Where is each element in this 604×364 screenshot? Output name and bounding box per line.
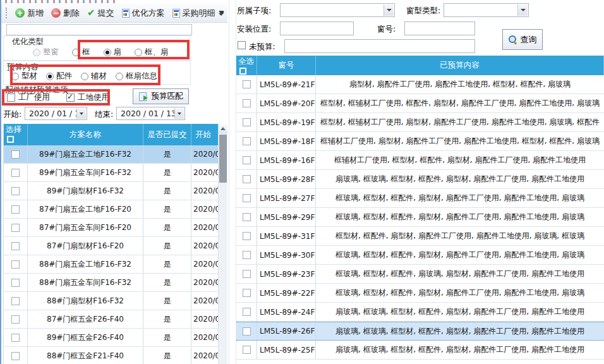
plan-table-scrollbar[interactable] bbox=[218, 124, 227, 364]
window-row[interactable]: LM5L-89#-31F29框型材, 框配件, 扇型材, 扇配件工厂使用, 扇配… bbox=[236, 227, 604, 246]
window-row[interactable]: LM5L-89#-23F21框玻璃, 框型材, 框配件, 扇玻璃, 扇型材, 扇… bbox=[236, 265, 604, 284]
plan-row[interactable]: 88#门扇型材F16-F32是2020/0 bbox=[4, 292, 227, 310]
panel-splitter[interactable] bbox=[229, 0, 236, 364]
no-budget-checkbox[interactable] bbox=[238, 41, 246, 49]
row-checkbox[interactable] bbox=[243, 308, 251, 316]
window-row[interactable]: LM5L-89#-30F28框玻璃, 框型材, 框配件, 扇型材, 扇配件工厂使… bbox=[236, 246, 604, 265]
budget-match-button[interactable]: 预算匹配 bbox=[133, 88, 189, 104]
window-row[interactable]: LM5L-89#-16F15框辅材工厂使用, 框型材, 框配件, 扇型材, 扇配… bbox=[236, 151, 604, 170]
window-row[interactable]: LM5L-89#-29F27框玻璃, 框型材, 框配件, 扇型材, 扇配件工厂使… bbox=[236, 208, 604, 227]
plan-row[interactable]: 88#门扇五金车间F16-F32是2020/0 bbox=[4, 274, 227, 292]
plan-row[interactable]: 87#门扇五金车间F16-F20是2020/0 bbox=[4, 219, 227, 237]
row-checkbox[interactable] bbox=[243, 327, 251, 336]
plan-row[interactable]: 88#门扇五金工地F16-F32是2020/0 bbox=[4, 255, 227, 274]
sub-item-dropdown-icon[interactable] bbox=[384, 4, 394, 16]
window-row[interactable]: LM5L-89#-18F16框辅材工厂使用, 扇型材, 扇配件工厂使用, 扇配件… bbox=[236, 132, 604, 151]
optimize-plan-button[interactable]: 优化方案 bbox=[118, 6, 169, 21]
optimize-type-option-3[interactable]: 框、扇 bbox=[135, 47, 169, 58]
plan-row[interactable]: 87#门扇五金工地F16-F20是2020/0 bbox=[4, 200, 227, 219]
query-button[interactable]: 查询 bbox=[502, 29, 543, 50]
budget-content-option-2[interactable]: 辅材 bbox=[81, 71, 107, 82]
plan-name-cell: 88#门扇型材F16-F32 bbox=[28, 292, 143, 310]
no-budget-label: 未预算: bbox=[249, 42, 275, 52]
plan-row[interactable]: 89#门扇五金车间F16-F32是2020/0 bbox=[4, 164, 227, 182]
plan-row[interactable]: 89#门扇五金工地F16-F32是2020/0 bbox=[4, 145, 227, 164]
delete-button[interactable]: − 删除 bbox=[47, 6, 83, 21]
budget-match-icon bbox=[139, 92, 148, 101]
row-checkbox[interactable] bbox=[243, 118, 251, 126]
row-checkbox[interactable] bbox=[243, 232, 251, 240]
optimize-type-option-0[interactable]: 整窗 bbox=[33, 47, 59, 58]
optimize-type-option-1[interactable]: 框 bbox=[72, 47, 90, 58]
plan-row[interactable]: 89#门扇型材F16-F32是2020/0 bbox=[4, 182, 227, 200]
scrollbar-thumb[interactable] bbox=[219, 135, 227, 183]
select-all-plans-checkbox[interactable] bbox=[7, 136, 14, 143]
window-row[interactable]: LM5L-89#-24F22扇玻璃, 框玻璃, 框型材, 框配件, 扇型材, 扇… bbox=[236, 303, 604, 322]
add-button[interactable]: + 新增 bbox=[11, 6, 47, 21]
row-checkbox[interactable] bbox=[11, 352, 20, 360]
window-row[interactable]: LM5L-89#-28F26扇玻璃, 框玻璃, 框型材, 框配件, 扇型材, 扇… bbox=[236, 170, 604, 189]
row-checkbox[interactable] bbox=[243, 251, 251, 259]
budget-content-option-0[interactable]: 型材 bbox=[11, 71, 37, 82]
row-checkbox[interactable] bbox=[11, 150, 20, 159]
radio-icon bbox=[116, 73, 123, 80]
scroll-up-icon[interactable] bbox=[219, 124, 227, 133]
checkbox-icon bbox=[7, 94, 15, 102]
end-date-dropdown-icon[interactable] bbox=[174, 108, 184, 119]
row-checkbox[interactable] bbox=[243, 194, 251, 202]
row-checkbox[interactable] bbox=[243, 346, 251, 354]
window-row[interactable]: LM5L-89#-20F18框型材, 框辅材工厂使用, 框配件, 扇型材, 扇配… bbox=[236, 94, 604, 113]
row-checkbox[interactable] bbox=[11, 205, 20, 214]
plan-row[interactable]: 88#门框五金F21-F40是2020/0 bbox=[4, 347, 227, 364]
submit-button[interactable]: ✔ 提交 bbox=[83, 6, 118, 21]
row-checkbox[interactable] bbox=[243, 80, 251, 88]
row-checkbox[interactable] bbox=[243, 289, 251, 297]
row-checkbox[interactable] bbox=[11, 315, 20, 324]
plan-row[interactable]: 87#门框五金F26-F40是2020/0 bbox=[4, 310, 227, 329]
install-position-input[interactable] bbox=[280, 21, 354, 35]
window-select-cell bbox=[236, 94, 257, 112]
window-row[interactable]: LM5L-89#-19F17框型材, 框辅材工厂使用, 扇型材, 扇配件工厂使用… bbox=[236, 113, 604, 132]
window-row[interactable]: LM5L-89#-21F19扇型材, 扇配件工厂使用, 扇配件工地使用, 框型材… bbox=[236, 75, 604, 94]
budget-content-option-1[interactable]: 配件 bbox=[46, 71, 72, 82]
start-date-dropdown-icon[interactable] bbox=[76, 108, 86, 119]
row-checkbox[interactable] bbox=[243, 270, 251, 278]
plan-submitted-cell: 是 bbox=[143, 347, 191, 364]
window-type-dropdown-icon[interactable] bbox=[517, 4, 528, 16]
row-checkbox[interactable] bbox=[11, 279, 20, 287]
usage-checkbox-0[interactable]: 工厂使用 bbox=[7, 92, 50, 103]
row-checkbox[interactable] bbox=[11, 187, 20, 195]
select-all-windows-checkbox[interactable] bbox=[239, 68, 246, 75]
no-budget-input[interactable] bbox=[284, 39, 475, 53]
row-checkbox[interactable] bbox=[243, 213, 251, 221]
row-checkbox[interactable] bbox=[11, 242, 20, 250]
sub-item-select[interactable] bbox=[280, 3, 395, 17]
start-date-picker[interactable]: 2020 / 01 / 1 bbox=[25, 107, 87, 120]
window-no-input[interactable] bbox=[404, 21, 475, 35]
window-row[interactable]: LM5L-89#-22F20框玻璃, 框型材, 框配件, 扇型材, 扇配件工厂使… bbox=[236, 284, 604, 303]
budget-content-option-3[interactable]: 框扇信息 bbox=[116, 71, 157, 82]
toolbar-overflow-button[interactable] bbox=[217, 6, 226, 20]
budget-content-cell: 扇玻璃, 框玻璃, 框型材, 框配件, 扇型材, 扇配件工厂使用, 扇配件工地使… bbox=[316, 170, 604, 188]
plan-row[interactable]: 89#门框五金F26-F40是2020/0 bbox=[4, 329, 227, 347]
window-row[interactable]: LM5L-89#-25F23扇玻璃, 框玻璃, 框型材, 框配件, 扇型材, 扇… bbox=[236, 341, 604, 360]
row-checkbox[interactable] bbox=[243, 156, 251, 164]
overflow-icon bbox=[217, 11, 226, 16]
end-date-picker[interactable]: 2020 / 01 / 13 bbox=[116, 107, 185, 120]
row-checkbox[interactable] bbox=[11, 224, 20, 232]
plan-name-cell: 87#门扇五金工地F16-F20 bbox=[28, 200, 143, 218]
optimize-type-option-2[interactable]: 扇 bbox=[104, 47, 122, 58]
plan-filter-input[interactable] bbox=[6, 24, 192, 35]
row-checkbox[interactable] bbox=[243, 137, 251, 145]
plan-row[interactable]: 87#门扇型材F16-F20是2020/0 bbox=[4, 237, 227, 255]
window-row[interactable]: LM5L-89#-26F24扇玻璃, 框玻璃, 框型材, 框配件, 扇型材, 扇… bbox=[236, 322, 604, 341]
row-checkbox[interactable] bbox=[243, 99, 251, 107]
row-checkbox[interactable] bbox=[11, 334, 20, 342]
row-checkbox[interactable] bbox=[11, 297, 20, 305]
row-checkbox[interactable] bbox=[11, 260, 20, 269]
row-checkbox[interactable] bbox=[243, 175, 251, 183]
window-row[interactable]: LM5L-89#-27F25框玻璃, 框型材, 框配件, 扇型材, 扇配件工厂使… bbox=[236, 189, 604, 208]
window-type-select[interactable] bbox=[444, 3, 529, 17]
row-checkbox[interactable] bbox=[11, 169, 20, 177]
usage-checkbox-1[interactable]: 工地使用 bbox=[66, 92, 109, 103]
